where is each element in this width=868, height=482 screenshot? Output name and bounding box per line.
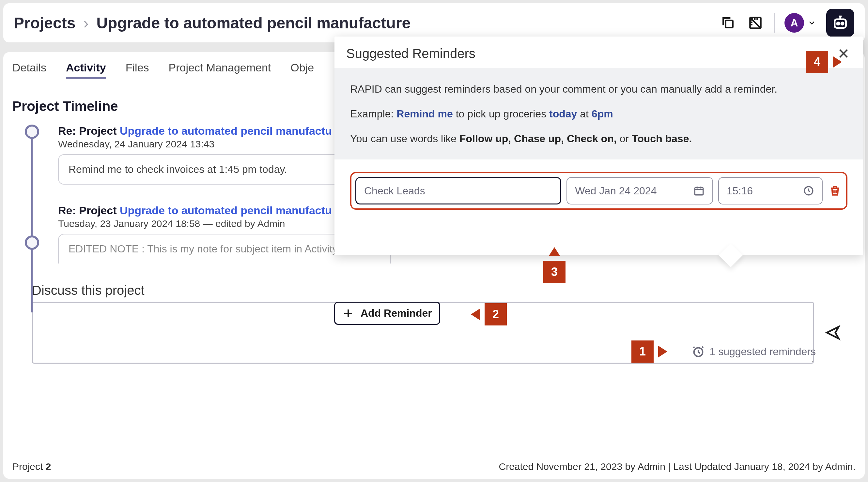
ruler-icon[interactable] bbox=[747, 14, 764, 32]
reminder-title-input[interactable]: Check Leads bbox=[355, 177, 561, 204]
popover-info-keywords: You can use words like Follow up, Chase … bbox=[350, 131, 847, 147]
add-reminder-button[interactable]: Add Reminder bbox=[334, 302, 440, 325]
reminder-time-value: 15:16 bbox=[727, 185, 753, 197]
timeline-marker bbox=[25, 235, 39, 250]
svg-point-4 bbox=[841, 23, 843, 25]
add-reminder-label: Add Reminder bbox=[361, 307, 432, 319]
svg-rect-6 bbox=[695, 188, 703, 195]
tab-objectives-truncated[interactable]: Obje bbox=[290, 61, 314, 79]
plus-icon bbox=[342, 308, 354, 319]
header-actions: A bbox=[719, 9, 854, 37]
tab-files[interactable]: Files bbox=[126, 61, 149, 79]
tab-details[interactable]: Details bbox=[12, 61, 46, 79]
breadcrumb: Projects › Upgrade to automated pencil m… bbox=[14, 14, 410, 32]
timeline-item-link[interactable]: Upgrade to automated pencil manufactu bbox=[120, 125, 332, 137]
popover-info: RAPID can suggest reminders based on you… bbox=[335, 68, 863, 159]
suggested-reminders-label: 1 suggested reminders bbox=[709, 346, 816, 358]
reminder-row-highlight: Check Leads Wed Jan 24 2024 15:16 bbox=[350, 172, 847, 210]
copy-icon[interactable] bbox=[719, 14, 737, 32]
timeline-marker bbox=[25, 125, 39, 139]
footer-left: Project 2 bbox=[12, 461, 51, 472]
clock-icon bbox=[803, 185, 814, 196]
popover-form: Check Leads Wed Jan 24 2024 15:16 bbox=[335, 159, 863, 213]
suggested-reminders-link[interactable]: 1 suggested reminders bbox=[692, 345, 816, 358]
popover-header: Suggested Reminders bbox=[335, 36, 863, 68]
user-menu[interactable]: A bbox=[784, 13, 816, 33]
assistant-button[interactable] bbox=[826, 9, 854, 37]
alarm-icon bbox=[692, 345, 705, 358]
callout-4: 4 bbox=[806, 51, 828, 73]
footer-right: Created November 21, 2023 by Admin | Las… bbox=[499, 461, 856, 472]
divider bbox=[774, 13, 775, 33]
calendar-icon bbox=[693, 185, 705, 196]
popover-title: Suggested Reminders bbox=[346, 46, 475, 61]
callout-2: 2 bbox=[485, 303, 507, 325]
tab-activity[interactable]: Activity bbox=[66, 61, 106, 79]
chevron-down-icon bbox=[807, 18, 816, 27]
popover-info-example: Example: Remind me to pick up groceries … bbox=[350, 106, 847, 122]
avatar: A bbox=[784, 13, 804, 33]
breadcrumb-root[interactable]: Projects bbox=[14, 14, 75, 32]
callout-3: 3 bbox=[543, 261, 565, 283]
send-button[interactable] bbox=[823, 323, 842, 343]
svg-point-3 bbox=[837, 23, 839, 25]
reminder-date-input[interactable]: Wed Jan 24 2024 bbox=[566, 177, 713, 204]
footer: Project 2 Created November 21, 2023 by A… bbox=[12, 461, 856, 472]
callout-1: 1 bbox=[631, 341, 654, 363]
reminder-date-value: Wed Jan 24 2024 bbox=[575, 185, 656, 197]
popover-info-line: RAPID can suggest reminders based on you… bbox=[350, 81, 847, 97]
delete-reminder-button[interactable] bbox=[828, 184, 842, 198]
discuss-title: Discuss this project bbox=[32, 283, 856, 298]
trash-icon bbox=[829, 185, 841, 197]
breadcrumb-title: Upgrade to automated pencil manufacture bbox=[96, 14, 410, 32]
timeline-item-link[interactable]: Upgrade to automated pencil manufactu bbox=[120, 204, 332, 217]
suggested-reminders-popover: Suggested Reminders RAPID can suggest re… bbox=[335, 36, 863, 255]
chevron-right-icon: › bbox=[83, 14, 88, 32]
reminder-time-input[interactable]: 15:16 bbox=[718, 177, 823, 204]
timeline-line bbox=[31, 130, 33, 313]
svg-rect-0 bbox=[726, 21, 733, 28]
tab-project-management[interactable]: Project Management bbox=[169, 61, 271, 79]
